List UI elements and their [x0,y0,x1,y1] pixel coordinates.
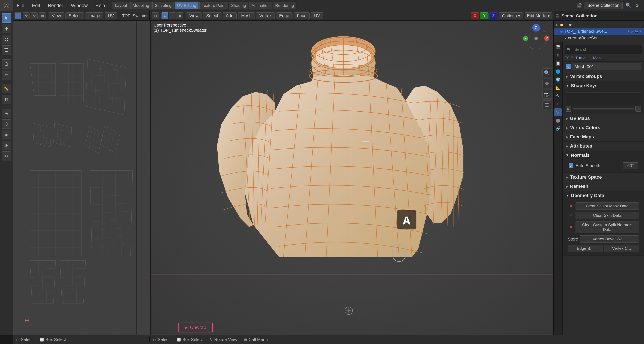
axis-y-btn[interactable]: Y [480,13,488,19]
section-normals-header[interactable]: ▼ Normals [563,151,644,160]
auto-smooth-angle[interactable] [623,162,638,169]
section-shape-keys-header[interactable]: ▼ Shape Keys [563,81,644,90]
psi-modifier[interactable]: 🔧 [554,92,562,100]
search-btn[interactable]: 🔍 [625,2,632,9]
uv-editor-canvas[interactable] [13,21,150,335]
menu-render[interactable]: Render [44,0,67,11]
tool-loop-cut[interactable]: ⊕ [2,141,11,150]
tool-move[interactable] [2,24,11,33]
section-vertex-groups-header[interactable]: ▶ Vertex Groups [563,72,644,81]
clear-sculpt-x-btn[interactable]: ✕ [568,203,574,209]
psi-data[interactable]: ▽ [554,108,562,116]
uv-tool-scale[interactable]: ⊞ [39,13,46,19]
tool-select[interactable] [2,13,11,23]
uv-tool-rotate[interactable]: ↻ [31,13,38,19]
sc-item-1[interactable]: ◉ TOP_TurtleneckSwe... 👁 ↙ 📷 ● [553,28,644,35]
section-attributes-header[interactable]: ▶ Attributes [563,142,644,150]
render-icon-1[interactable]: 📷 [635,30,638,33]
uv-tool-move[interactable]: ✥ [23,13,30,19]
vp-edge-sel[interactable]: ─ [169,13,176,19]
workspace-animation[interactable]: Animation [249,2,272,10]
vp-menu-edge[interactable]: Edge [276,13,292,19]
unwrap-button[interactable]: ▶ Unwrap [178,322,213,332]
vp-options-btn[interactable]: Options ▾ [499,13,523,19]
clear-sculpt-btn[interactable]: Clear Sculpt Mask Data [576,202,639,210]
viewport-3d[interactable]: User Perspective (1) TOP_TurtleneckSweat… [150,21,553,335]
select-icon-1[interactable]: ↙ [631,30,634,33]
tool-transform[interactable] [2,59,11,69]
uv-menu-view[interactable]: View [48,13,64,19]
tool-annotate[interactable]: ✏ [2,70,11,79]
display-icon-1[interactable]: ● [640,30,642,33]
sk-slider[interactable] [572,108,634,109]
menu-window[interactable]: Window [67,0,92,11]
workspace-rendering[interactable]: Rendering [273,2,296,10]
vp-vert-sel[interactable]: ● [162,13,168,19]
edit-mode-dropdown[interactable]: Edit Mode ▾ [524,13,552,19]
vis-icon-1[interactable]: 👁 [627,30,630,33]
blender-logo[interactable] [0,0,13,11]
uv-menu-select[interactable]: Select [66,13,84,19]
vp-bottom-select[interactable]: ◻ Select [150,337,173,342]
sc-item-2[interactable]: ● creatorBaseSet [553,35,644,41]
workspace-shading[interactable]: Shading [229,2,248,10]
sk-add-btn[interactable]: + [636,106,641,112]
render-btn[interactable]: Scene Collection [584,2,622,9]
tool-rotate[interactable] [2,35,11,44]
psi-constraints[interactable]: 🔗 [554,125,562,132]
vp-menu-vertex[interactable]: Vertex [256,13,275,19]
uv-tool-select[interactable]: ◻ [14,13,22,19]
workspace-sculpting[interactable]: Sculpting [152,2,174,10]
workspace-layout[interactable]: Layout [112,2,130,10]
mesh-name-input[interactable] [572,63,641,70]
edge-bevel-btn[interactable]: Edge B... [568,245,602,252]
menu-file[interactable]: File [13,0,28,11]
tool-extrude[interactable] [2,109,11,118]
menu-edit[interactable]: Edit [28,0,44,11]
section-vertex-colors-header[interactable]: ▶ Vertex Colors [563,123,644,132]
props-search-input[interactable] [572,46,640,53]
vp-bottom-rotate[interactable]: ↻ Rotate View [206,337,240,342]
tool-scale[interactable] [2,45,11,55]
vp-bottom-call-menu[interactable]: ⊞ Call Menu [241,337,271,342]
vp-menu-face[interactable]: Face [294,13,310,19]
section-geometry-data-header[interactable]: ▼ Geometry Data [563,191,644,200]
section-uv-maps-header[interactable]: ▶ UV Maps [563,114,644,123]
psi-view[interactable]: 🔲 [554,60,562,67]
psi-object[interactable]: 📐 [554,84,562,92]
tool-measure[interactable]: 📏 [2,84,11,93]
vp-menu-add[interactable]: Add [223,13,237,19]
sk-play-btn[interactable]: ▶ [566,106,571,112]
vp-bottom-box[interactable]: ⬜ Box Select [173,337,206,342]
uv-bottom-select[interactable]: ◻ Select [13,337,36,342]
clear-normals-btn[interactable]: Clear Custom Split Normals Data [576,221,639,233]
vp-tool-select[interactable]: ◻ [152,13,159,19]
section-face-maps-header[interactable]: ▶ Face Maps [563,132,644,141]
tool-bevel[interactable]: ◈ [2,130,11,139]
uv-menu-image[interactable]: Image [85,13,104,19]
vp-menu-uv[interactable]: UV [311,13,323,19]
breadcrumb-item-1[interactable]: TOP_Turtle... [565,56,589,60]
vertex-bevel-btn[interactable]: Vertex Bevel We... [580,235,639,243]
psi-world[interactable]: 🌍 [554,76,562,84]
menu-help[interactable]: Help [92,0,109,11]
vp-menu-mesh[interactable]: Mesh [238,13,255,19]
uv-menu-uv[interactable]: UV [104,13,117,19]
vp-menu-view[interactable]: View [186,13,202,19]
psi-material[interactable]: ⬤ [554,116,562,124]
tool-inset[interactable]: ⬡ [2,119,11,129]
vp-menu-select[interactable]: Select [203,13,222,19]
tool-add-cube[interactable]: ◧ [2,95,11,104]
clear-skin-x-btn[interactable]: ✕ [568,213,574,219]
workspace-modeling[interactable]: Modeling [130,2,152,10]
shape-keys-list[interactable] [566,92,641,105]
breadcrumb-item-2[interactable]: Mes... [593,56,604,60]
psi-render[interactable]: 🎬 [554,43,562,51]
settings-btn[interactable]: ⚙ [634,2,640,9]
axis-x-btn[interactable]: X [471,13,479,19]
tool-knife[interactable]: ✂ [2,151,11,161]
psi-output[interactable]: 🖨 [554,51,562,59]
axis-z-btn[interactable]: Z [489,13,498,19]
section-remesh-header[interactable]: ▶ Remesh [563,182,644,191]
clear-normals-x-btn[interactable]: ✕ [568,224,574,230]
